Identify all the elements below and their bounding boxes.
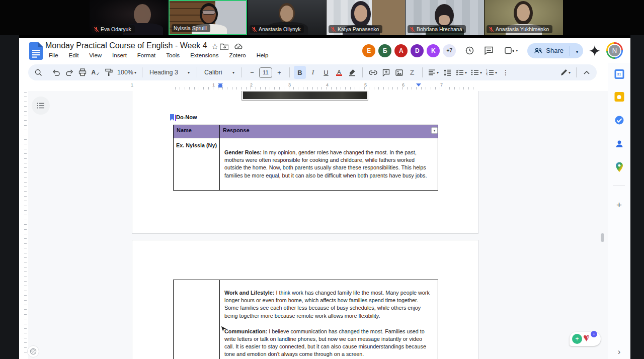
font-size-input[interactable]: 11 [259, 67, 272, 78]
insert-link-icon[interactable] [367, 66, 379, 79]
document-outline-icon[interactable] [32, 97, 50, 115]
redo-icon[interactable] [63, 66, 75, 79]
undo-icon[interactable] [50, 66, 62, 79]
menu-insert[interactable]: Insert [109, 51, 130, 59]
video-tile[interactable]: Anastasia Yukhimenko [485, 0, 563, 35]
align-icon[interactable]: ▾ [427, 66, 440, 79]
mic-muted-icon [331, 27, 336, 32]
collaborator-avatar[interactable]: E [362, 44, 375, 57]
collapse-toolbar-icon[interactable] [581, 66, 593, 79]
insert-image-icon[interactable] [393, 66, 405, 79]
table-cell-response: Gender Roles: In my opinion, gender role… [224, 149, 433, 180]
mic-muted-icon [410, 27, 415, 32]
document-image[interactable] [242, 91, 368, 101]
video-tile[interactable]: Bohdana Hrechana [406, 0, 484, 35]
heart-reaction-icon[interactable]: ♥ 6 + [583, 333, 595, 345]
comments-icon[interactable] [483, 45, 494, 56]
video-tile[interactable]: Eva Odaryuk [90, 0, 168, 35]
menu-file[interactable]: File [45, 51, 62, 59]
horizontal-ruler[interactable]: 1 1 2 3 4 5 6 7 [28, 82, 608, 91]
gemini-sparkle-icon[interactable] [589, 45, 600, 56]
paragraph-style-select[interactable]: Heading 3▾ [146, 66, 193, 79]
document-page-1[interactable]: Do-Now Name Response Ex. Nyissia (Ny) Ge… [132, 91, 478, 234]
add-icon[interactable]: + [616, 200, 622, 211]
collaborator-avatar[interactable]: K [427, 44, 440, 57]
decrease-font-size-button[interactable]: − [246, 66, 258, 79]
numbered-list-icon[interactable]: 123▾ [485, 66, 499, 79]
move-folder-icon[interactable] [220, 43, 228, 50]
explore-icon[interactable] [27, 345, 39, 357]
table-cell-dropdown-icon[interactable]: ▾ [431, 127, 438, 134]
add-reaction-icon[interactable]: + [591, 331, 597, 337]
maps-icon[interactable] [615, 162, 623, 174]
italic-button[interactable]: I [307, 66, 319, 79]
toolbar: A✓ 100%▾ Heading 3▾ Calibri▾ − 11 + B I … [28, 64, 597, 80]
print-icon[interactable] [76, 66, 89, 79]
video-tile-active-speaker[interactable]: Nyissia Spruill [169, 0, 247, 35]
font-select[interactable]: Calibri▾ [201, 66, 237, 79]
mic-muted-icon [252, 27, 257, 32]
checklist-icon[interactable]: ▾ [454, 66, 468, 79]
star-icon[interactable]: ☆ [211, 42, 218, 51]
spellcheck-icon[interactable]: A✓ [90, 66, 102, 79]
underline-button[interactable]: U [320, 66, 332, 79]
menu-help[interactable]: Help [253, 51, 272, 59]
calendar-icon[interactable]: 31 [614, 69, 624, 79]
document-page-2[interactable]: Work and Lifestyle: I think work has cha… [132, 240, 478, 359]
cloud-saved-icon[interactable] [234, 43, 243, 49]
scrollbar-thumb[interactable] [601, 233, 604, 242]
collaborator-avatar[interactable]: Б [378, 44, 391, 57]
participant-name-label: Katya Panasenko [329, 25, 382, 33]
vertical-ruler[interactable] [19, 82, 28, 359]
collaborator-overflow-badge[interactable]: +7 [443, 44, 456, 57]
screen: Eva Odaryuk Nyissia Spruill Anastasia Ol… [0, 0, 644, 359]
highlight-color-icon[interactable] [346, 66, 358, 79]
version-history-icon[interactable] [464, 45, 475, 56]
text-color-button[interactable]: A [333, 66, 345, 79]
table-cell-name: Ex. Nyissia (Ny) [174, 138, 220, 191]
video-tile[interactable]: Anastasia Oliynyk [248, 0, 326, 35]
add-comment-icon[interactable] [380, 66, 392, 79]
video-call-icon[interactable]: ▾ [502, 45, 520, 56]
account-avatar[interactable]: N [606, 42, 623, 59]
zoom-select[interactable]: 100%▾ [116, 66, 138, 79]
collaborator-avatar[interactable]: D [411, 44, 424, 57]
paint-format-icon[interactable] [103, 66, 115, 79]
contacts-icon[interactable] [615, 139, 624, 150]
search-icon[interactable] [32, 66, 44, 79]
document-canvas[interactable]: Do-Now Name Response Ex. Nyissia (Ny) Ge… [28, 91, 608, 359]
participant-name-label: Eva Odaryuk [92, 25, 135, 33]
right-indent-marker[interactable] [416, 83, 421, 86]
pen-mode-icon[interactable]: ▾ [559, 66, 572, 79]
menu-tools[interactable]: Tools [163, 51, 183, 59]
google-docs-icon[interactable] [29, 42, 43, 60]
menu-zotero[interactable]: Zotero [225, 51, 249, 59]
more-toolbar-icon[interactable]: ⋮ [500, 66, 512, 79]
bulleted-list-icon[interactable]: ▾ [469, 66, 484, 79]
zotero-icon[interactable]: Z [406, 66, 418, 79]
share-button[interactable]: Share ▾ [527, 43, 583, 58]
menu-edit[interactable]: Edit [65, 51, 83, 59]
mic-muted-icon [489, 27, 494, 32]
reactions-badge[interactable]: + ♥ 6 + [570, 332, 601, 346]
line-spacing-icon[interactable] [441, 66, 453, 79]
collaborator-avatar[interactable]: A [394, 44, 408, 57]
menu-format[interactable]: Format [134, 51, 159, 59]
menu-view[interactable]: View [86, 51, 105, 59]
bookmark-icon[interactable] [170, 114, 175, 121]
green-reaction-icon[interactable]: + [572, 334, 582, 344]
video-tile[interactable]: Katya Panasenko [327, 0, 405, 35]
left-indent-marker[interactable] [218, 83, 223, 86]
share-dropdown[interactable]: ▾ [570, 46, 583, 55]
increase-font-size-button[interactable]: + [273, 66, 285, 79]
bold-button[interactable]: B [294, 66, 306, 79]
mouse-cursor [220, 326, 227, 335]
table-paragraph: Work and Lifestyle: I think work has cha… [224, 289, 433, 320]
tasks-icon[interactable] [614, 115, 624, 127]
keep-icon[interactable] [614, 92, 624, 102]
header-actions: E Б A D K +7 ▾ Share ▾ [359, 42, 623, 59]
collapse-panel-chevron-icon[interactable]: › [618, 347, 621, 357]
side-panel-divider [613, 186, 625, 186]
document-title[interactable]: Monday Practical Course of English - Wee… [45, 41, 207, 50]
menu-extensions[interactable]: Extensions [187, 51, 222, 59]
